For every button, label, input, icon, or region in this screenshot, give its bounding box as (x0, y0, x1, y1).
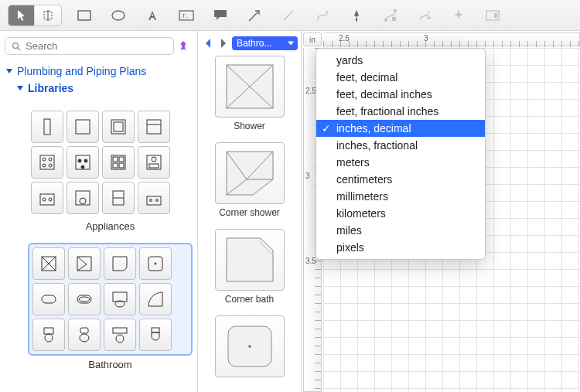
shape-thumb[interactable] (31, 146, 63, 179)
pointer-tool[interactable] (9, 5, 35, 26)
svg-point-22 (43, 158, 46, 161)
shape-thumb[interactable] (68, 283, 101, 315)
horizontal-ruler[interactable]: 2.5 3 (323, 32, 580, 46)
shape-thumb[interactable] (139, 247, 172, 280)
shape-thumb[interactable] (102, 182, 135, 214)
pen-tool[interactable] (343, 5, 370, 26)
unit-option-yards[interactable]: yards (316, 52, 485, 69)
section-label: Plumbing and Piping Plans (17, 65, 146, 77)
svg-line-14 (18, 48, 20, 50)
unit-option-miles[interactable]: miles (316, 222, 485, 239)
stencil-shape[interactable] (209, 315, 290, 377)
sparkle-tool[interactable] (445, 5, 472, 26)
add-point-tool[interactable] (411, 5, 438, 26)
shape-thumb[interactable] (67, 182, 99, 214)
shape-thumb[interactable] (138, 111, 170, 143)
back-button[interactable] (201, 36, 215, 51)
shape-thumb[interactable] (102, 146, 135, 179)
stencil-corner-shower[interactable]: Corner shower (209, 142, 290, 218)
svg-point-8 (385, 19, 387, 21)
stencil-label: Shower (234, 121, 265, 131)
section-heading[interactable]: Plumbing and Piping Plans (5, 63, 193, 80)
svg-point-55 (79, 297, 90, 302)
search-field[interactable] (5, 37, 174, 55)
shape-thumb[interactable] (104, 247, 136, 280)
svg-point-42 (80, 198, 86, 204)
unit-option-pixels[interactable]: pixels (316, 239, 485, 256)
ruler-label: 3 (424, 34, 428, 43)
rectangle-tool[interactable] (71, 5, 97, 26)
properties-tool[interactable] (479, 5, 506, 26)
shape-thumb[interactable] (67, 146, 99, 179)
text-tool[interactable] (139, 5, 165, 26)
selection-tool-group (8, 5, 62, 26)
text-cursor-tool[interactable] (35, 5, 61, 26)
unit-option-feet-decimal-inches[interactable]: feet, decimal inches (316, 86, 485, 103)
shape-thumb[interactable] (68, 319, 101, 351)
library-group-appliances[interactable]: Appliances (28, 107, 193, 232)
search-input[interactable] (26, 40, 167, 52)
svg-point-36 (152, 157, 156, 162)
library-group-bathroom[interactable]: Bathroom (28, 243, 193, 370)
shape-thumb[interactable] (138, 146, 170, 179)
shape-thumb[interactable] (138, 182, 170, 214)
shape-thumb[interactable] (32, 247, 65, 280)
shape-thumb[interactable] (102, 111, 135, 143)
svg-rect-45 (147, 196, 161, 205)
shape-tool-group: T.. (71, 5, 506, 26)
shape-thumb[interactable] (139, 283, 172, 315)
svg-rect-64 (152, 328, 159, 332)
shape-thumb[interactable] (104, 319, 136, 351)
main-toolbar: T.. (0, 0, 580, 31)
svg-rect-58 (44, 328, 53, 334)
library-select[interactable]: Bathro... (232, 36, 298, 50)
libraries-node[interactable]: Libraries (15, 80, 193, 97)
unit-option-inches-fractional[interactable]: inches, fractional (316, 137, 485, 154)
svg-rect-30 (111, 155, 125, 169)
svg-point-24 (43, 164, 46, 167)
unit-option-inches-decimal[interactable]: inches, decimal (316, 120, 485, 137)
library-sidebar: Plumbing and Piping Plans Libraries Appl… (0, 31, 198, 392)
ellipse-tool[interactable] (105, 5, 131, 26)
shape-thumb[interactable] (104, 283, 136, 315)
svg-line-7 (284, 11, 293, 20)
unit-option-centimeters[interactable]: centimeters (316, 171, 485, 188)
line-tool[interactable] (275, 5, 302, 26)
drawing-canvas[interactable]: in 2.5 3 2.5 3 3.5 yards feet, decimal f… (302, 31, 580, 392)
unit-selector[interactable]: in (303, 32, 322, 46)
svg-rect-60 (80, 328, 88, 333)
shape-thumb[interactable] (139, 319, 172, 351)
shape-thumb[interactable] (32, 283, 65, 315)
shape-thumb[interactable] (68, 247, 101, 280)
stencil-panel: Bathro... Shower Corner shower Corner ba… (198, 31, 302, 392)
svg-point-39 (43, 198, 46, 201)
svg-point-47 (156, 199, 159, 202)
arrow-tool[interactable] (241, 5, 268, 26)
unit-option-meters[interactable]: meters (316, 154, 485, 171)
unit-option-millimeters[interactable]: millimeters (316, 188, 485, 205)
svg-rect-56 (113, 292, 127, 302)
pin-icon[interactable] (177, 40, 193, 53)
text-box-tool[interactable]: T.. (173, 5, 200, 26)
svg-text:T..: T.. (182, 12, 188, 19)
stencil-corner-bath[interactable]: Corner bath (209, 229, 290, 305)
shape-thumb[interactable] (32, 319, 65, 351)
shape-thumb[interactable] (67, 111, 99, 143)
unit-option-feet-fractional-inches[interactable]: feet, fractional inches (316, 103, 485, 120)
svg-rect-18 (114, 122, 123, 131)
unit-option-feet-decimal[interactable]: feet, decimal (316, 69, 485, 86)
shape-thumb[interactable] (31, 182, 63, 214)
stencil-shower[interactable]: Shower (209, 56, 290, 131)
shape-thumb[interactable] (31, 111, 63, 143)
svg-rect-19 (147, 120, 161, 134)
svg-rect-62 (113, 328, 127, 333)
callout-tool[interactable] (207, 5, 234, 26)
svg-point-27 (78, 159, 81, 162)
curve-tool[interactable] (309, 5, 336, 26)
svg-point-23 (49, 158, 52, 161)
edit-point-tool[interactable] (377, 5, 404, 26)
svg-rect-12 (494, 13, 497, 18)
unit-option-kilometers[interactable]: kilometers (316, 205, 485, 222)
forward-button[interactable] (217, 36, 230, 51)
svg-point-29 (81, 165, 84, 169)
